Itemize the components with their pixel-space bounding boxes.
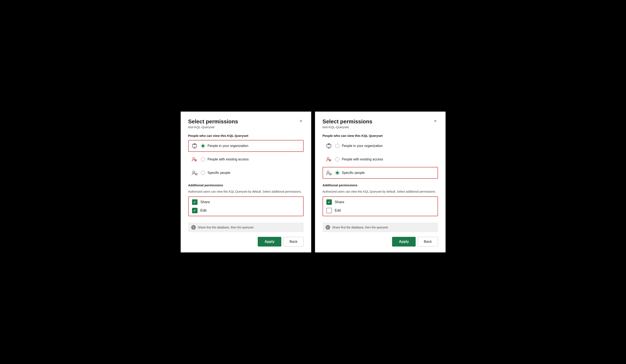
left-close-button[interactable]: × [298, 118, 304, 124]
left-additional-desc: Authorized users can view this KQL Query… [188, 189, 304, 194]
left-org-radio[interactable] [201, 144, 205, 148]
left-specific-radio[interactable] [201, 171, 205, 175]
left-dialog: Select permissions test-KQL-Queryset × P… [181, 111, 311, 253]
left-specific-label: Specific people [208, 171, 231, 175]
left-option-org[interactable]: People in your organization [188, 140, 304, 152]
left-edit-label: Edit [200, 208, 207, 213]
right-info-banner: i Share first the database, then the que… [323, 222, 438, 232]
left-radio-group: People in your organization People with … [188, 140, 304, 179]
left-share-item[interactable]: ✓ Share [192, 199, 300, 205]
left-option-existing[interactable]: People with existing access [188, 153, 304, 165]
left-org-label: People in your organization [208, 144, 248, 148]
right-option-org[interactable]: People in your organization [323, 140, 438, 152]
right-dialog-header: Select permissions test-KQL-Queryset × [323, 118, 438, 133]
right-dialog: Select permissions test-KQL-Queryset × P… [315, 111, 446, 253]
right-back-button[interactable]: Back [418, 237, 438, 247]
left-dialog-header: Select permissions test-KQL-Queryset × [188, 118, 304, 133]
right-footer: Apply Back [323, 237, 438, 247]
left-footer: Apply Back [188, 237, 304, 247]
right-info-text: Share first the database, then the query… [332, 226, 388, 229]
right-close-button[interactable]: × [433, 118, 438, 124]
left-checkbox-group: ✓ Share ✓ Edit [188, 196, 304, 216]
svg-point-8 [193, 171, 195, 173]
right-access-icon [325, 156, 333, 163]
left-dialog-title: Select permissions [188, 118, 238, 125]
right-edit-checkbox[interactable] [326, 208, 332, 213]
left-share-checkbox[interactable]: ✓ [192, 199, 197, 205]
right-org-label: People in your organization [342, 144, 383, 148]
left-share-label: Share [200, 200, 210, 204]
right-share-checkbox[interactable]: ✓ [326, 199, 332, 205]
right-checkbox-group: ✓ Share Edit [323, 196, 438, 216]
right-existing-label: People with existing access [342, 157, 383, 161]
left-additional-label: Additional permissions [188, 183, 304, 187]
left-edit-checkbox[interactable]: ✓ [192, 208, 197, 213]
specific-icon [191, 169, 198, 177]
left-view-section-label: People who can view this KQL Queryset [188, 134, 304, 138]
org-icon [191, 142, 198, 150]
right-additional-desc: Authorized users can view this KQL Query… [323, 189, 438, 194]
right-specific-icon [325, 169, 333, 177]
access-icon [191, 156, 198, 163]
left-existing-radio[interactable] [201, 157, 205, 161]
right-info-icon: i [325, 225, 330, 230]
right-radio-group: People in your organization People with … [323, 140, 438, 179]
right-existing-radio[interactable] [335, 157, 339, 161]
separator [311, 0, 315, 364]
right-option-existing[interactable]: People with existing access [323, 153, 438, 165]
left-back-button[interactable]: Back [283, 237, 304, 247]
right-specific-label: Specific people [342, 171, 365, 175]
right-additional-label: Additional permissions [323, 183, 438, 187]
right-edit-label: Edit [335, 208, 341, 213]
right-share-item[interactable]: ✓ Share [326, 199, 434, 205]
right-option-specific[interactable]: Specific people [323, 167, 438, 179]
right-additional-section: Additional permissions Authorized users … [323, 183, 438, 219]
right-org-radio[interactable] [335, 144, 339, 148]
left-option-specific[interactable]: Specific people [188, 167, 304, 179]
right-dialog-title: Select permissions [323, 118, 372, 125]
right-apply-button[interactable]: Apply [392, 237, 415, 247]
left-additional-section: Additional permissions Authorized users … [188, 183, 304, 219]
svg-point-20 [327, 171, 329, 173]
svg-point-16 [327, 157, 329, 160]
right-share-label: Share [335, 200, 344, 204]
left-info-text: Share first the database, then the query… [198, 226, 254, 229]
left-edit-item[interactable]: ✓ Edit [192, 208, 300, 213]
right-view-section-label: People who can view this KQL Queryset [323, 134, 438, 138]
left-info-icon: i [191, 225, 196, 230]
right-edit-item[interactable]: Edit [326, 208, 434, 213]
left-info-banner: i Share first the database, then the que… [188, 222, 304, 232]
left-apply-button[interactable]: Apply [258, 237, 281, 247]
left-existing-label: People with existing access [208, 157, 249, 161]
left-dialog-subtitle: test-KQL-Queryset [188, 125, 238, 129]
right-org-icon [325, 142, 333, 150]
svg-point-4 [193, 157, 195, 160]
right-specific-radio[interactable] [335, 171, 339, 175]
right-dialog-subtitle: test-KQL-Queryset [323, 125, 372, 129]
